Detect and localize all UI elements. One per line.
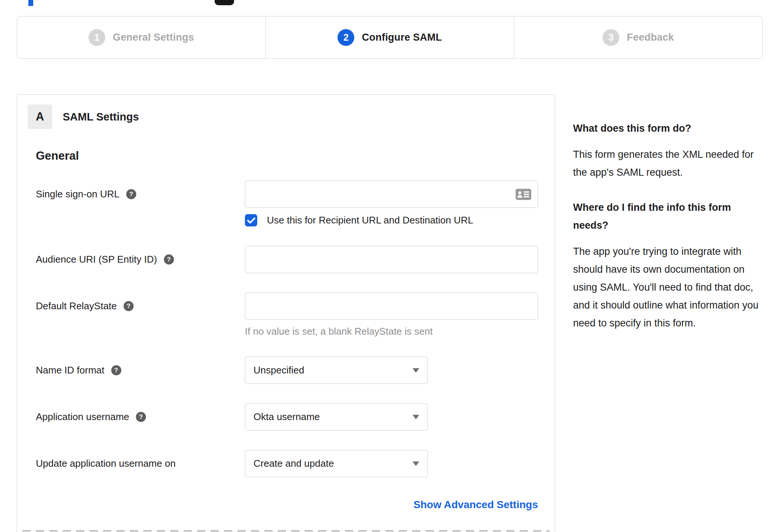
sso-url-input-wrap [245, 181, 538, 208]
row-single-sign-on-url: Single sign-on URL ? [36, 181, 544, 226]
audience-uri-label: Audience URI (SP Entity ID) [36, 254, 157, 265]
help-section-where: Where do I find the info this form needs… [573, 198, 765, 332]
step-configure-saml: 2 Configure SAML [265, 16, 514, 58]
row-name-id-format: Name ID format ? Unspecified [36, 357, 544, 384]
help-body: The app you're trying to integrate with … [573, 242, 765, 332]
cutoff-black-icon [215, 0, 234, 5]
default-relaystate-input[interactable] [245, 292, 538, 320]
help-icon[interactable]: ? [126, 189, 136, 199]
field-label: Audience URI (SP Entity ID) ? [36, 246, 245, 273]
panel-title: SAML Settings [63, 111, 139, 123]
field-controls: Okta username [245, 403, 544, 431]
panel-header: A SAML Settings [28, 104, 544, 129]
field-label: Default RelayState ? [36, 292, 245, 320]
help-heading: What does this form do? [573, 119, 765, 137]
step-number-badge: 2 [337, 29, 354, 46]
update-application-username-select[interactable]: Create and update [245, 450, 428, 477]
name-id-format-label: Name ID format [36, 364, 105, 376]
field-label: Single sign-on URL ? [36, 181, 245, 208]
contact-card-icon [516, 189, 531, 200]
step-label: General Settings [113, 32, 194, 43]
help-icon[interactable]: ? [164, 254, 174, 265]
help-section-what: What does this form do? This form genera… [573, 119, 765, 181]
help-icon[interactable]: ? [111, 365, 121, 375]
field-controls: Unspecified [245, 357, 544, 384]
name-id-format-value: Unspecified [253, 364, 304, 376]
row-audience-uri: Audience URI (SP Entity ID) ? [36, 246, 544, 273]
application-username-select[interactable]: Okta username [245, 403, 428, 431]
field-label: Update application username on [36, 450, 245, 477]
field-controls: Create and update [245, 450, 544, 477]
chevron-down-icon [413, 461, 419, 466]
help-sidebar: What does this form do? This form genera… [573, 119, 765, 349]
recipient-url-checkbox[interactable] [245, 214, 257, 226]
application-username-label: Application username [36, 411, 129, 423]
checkmark-icon [247, 217, 255, 224]
saml-settings-panel: A SAML Settings General Single sign-on U… [17, 94, 555, 532]
audience-uri-input[interactable] [245, 246, 538, 273]
field-label: Name ID format ? [36, 357, 245, 384]
help-heading: Where do I find the info this form needs… [573, 198, 765, 234]
field-controls [245, 246, 544, 273]
update-application-username-value: Create and update [253, 458, 334, 469]
cutoff-blue-tab-indicator [28, 0, 33, 6]
recipient-url-checkbox-label: Use this for Recipient URL and Destinati… [267, 215, 473, 226]
help-icon[interactable]: ? [124, 301, 134, 311]
step-label: Configure SAML [362, 32, 442, 43]
section-letter-badge: A [28, 104, 52, 129]
recipient-url-checkbox-row: Use this for Recipient URL and Destinati… [245, 214, 544, 226]
chevron-down-icon [413, 415, 419, 419]
general-group-heading: General [36, 149, 544, 163]
show-advanced-settings-link[interactable]: Show Advanced Settings [414, 499, 538, 511]
field-controls: If no value is set, a blank RelayState i… [245, 292, 544, 337]
advanced-settings-row: Show Advanced Settings [36, 499, 538, 511]
row-application-username: Application username ? Okta username [36, 403, 544, 431]
step-label: Feedback [627, 32, 674, 43]
name-id-format-select[interactable]: Unspecified [245, 357, 428, 384]
step-general-settings: 1 General Settings [17, 16, 265, 58]
step-number-badge: 1 [88, 29, 105, 46]
help-icon[interactable]: ? [136, 412, 146, 422]
application-username-value: Okta username [253, 411, 320, 423]
field-controls: Use this for Recipient URL and Destinati… [245, 181, 544, 226]
field-label: Application username ? [36, 403, 245, 431]
row-default-relaystate: Default RelayState ? If no value is set,… [36, 292, 544, 337]
default-relaystate-label: Default RelayState [36, 300, 117, 312]
chevron-down-icon [413, 368, 419, 373]
single-sign-on-url-input[interactable] [245, 181, 538, 208]
step-number-badge: 3 [603, 29, 619, 46]
update-application-username-label: Update application username on [36, 458, 175, 469]
row-update-application-username: Update application username on Create an… [36, 450, 544, 477]
section-dashed-divider [22, 530, 550, 532]
step-feedback: 3 Feedback [514, 16, 762, 58]
relaystate-hint-text: If no value is set, a blank RelayState i… [245, 326, 544, 337]
help-body: This form generates the XML needed for t… [573, 145, 765, 181]
saml-form: Single sign-on URL ? [36, 181, 544, 511]
single-sign-on-url-label: Single sign-on URL [36, 188, 119, 200]
wizard-stepper: 1 General Settings 2 Configure SAML 3 Fe… [17, 16, 763, 59]
